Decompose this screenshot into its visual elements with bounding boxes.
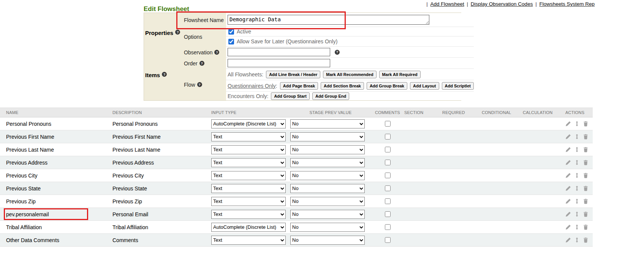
mark-all-recommended-button[interactable]: Mark All Recommended <box>323 71 376 78</box>
add-group-end-button[interactable]: Add Group End <box>312 92 349 100</box>
trash-icon[interactable] <box>583 160 589 165</box>
pencil-icon[interactable] <box>565 198 571 204</box>
add-section-break-button[interactable]: Add Section Break <box>321 82 364 90</box>
order-input[interactable] <box>228 59 330 67</box>
add-scriptlet-button[interactable]: Add Scriptlet <box>442 82 474 90</box>
add-layout-button[interactable]: Add Layout <box>410 82 439 90</box>
row-description: Previous State <box>112 185 211 192</box>
input-type-cell: Text <box>211 132 290 141</box>
stage-prev-value-select[interactable]: No <box>290 236 365 245</box>
allow-save-checkbox[interactable] <box>228 39 234 44</box>
items-help-icon[interactable]: ? <box>162 72 167 77</box>
up-down-arrow-icon[interactable] <box>574 185 580 191</box>
all-flowsheets-row: All Flowsheets: Add Line Break / Header … <box>226 69 474 80</box>
link-separator: | <box>535 1 537 7</box>
comments-checkbox[interactable] <box>385 224 391 230</box>
up-down-arrow-icon[interactable] <box>574 211 580 217</box>
up-down-arrow-icon[interactable] <box>574 237 580 243</box>
stage-prev-value-select[interactable]: No <box>290 210 365 219</box>
stage-prev-value-select[interactable]: No <box>290 145 365 154</box>
add-group-break-button[interactable]: Add Group Break <box>367 82 407 90</box>
up-down-arrow-icon[interactable] <box>574 147 580 152</box>
flowsheets-system-report-link[interactable]: Flowsheets System Rep <box>539 1 595 7</box>
stage-prev-value-select[interactable]: No <box>290 119 365 128</box>
input-type-select[interactable]: Text <box>211 236 286 245</box>
comments-checkbox[interactable] <box>385 160 391 165</box>
comments-checkbox[interactable] <box>385 198 391 204</box>
stage-prev-value-select[interactable]: No <box>290 171 365 180</box>
pencil-icon[interactable] <box>565 224 571 230</box>
stage-prev-value-select[interactable]: No <box>290 223 365 232</box>
stage-prev-value-select[interactable]: No <box>290 132 365 141</box>
trash-icon[interactable] <box>583 134 589 139</box>
trash-icon[interactable] <box>583 173 589 178</box>
trash-icon[interactable] <box>583 211 589 217</box>
row-name: Other Data Comments <box>6 237 112 243</box>
stage-prev-value-cell: No <box>290 184 371 193</box>
up-down-arrow-icon[interactable] <box>574 121 580 127</box>
stage-prev-value-select[interactable]: No <box>290 197 365 206</box>
order-help-icon[interactable]: ? <box>199 61 204 66</box>
trash-icon[interactable] <box>583 147 589 152</box>
input-type-select[interactable]: Text <box>211 132 286 141</box>
add-page-break-button[interactable]: Add Page Break <box>280 82 318 90</box>
flow-help-icon[interactable]: ? <box>197 82 202 87</box>
comments-checkbox[interactable] <box>385 237 391 243</box>
actions-cell <box>564 237 593 243</box>
trash-icon[interactable] <box>583 185 589 191</box>
mark-all-required-button[interactable]: Mark All Required <box>379 71 421 78</box>
trash-icon[interactable] <box>583 237 589 243</box>
up-down-arrow-icon[interactable] <box>574 173 580 178</box>
column-header-required: REQUIRED <box>442 110 482 115</box>
input-type-select[interactable]: Text <box>211 171 286 180</box>
observation-label-help-icon[interactable]: ? <box>214 50 219 55</box>
comments-checkbox[interactable] <box>385 185 391 191</box>
up-down-arrow-icon[interactable] <box>574 198 580 204</box>
up-down-arrow-icon[interactable] <box>574 134 580 139</box>
comments-checkbox[interactable] <box>385 134 391 139</box>
input-type-select[interactable]: Text <box>211 184 286 193</box>
input-type-cell: Text <box>211 171 290 180</box>
flowsheet-name-input[interactable]: Demographic Data <box>228 15 429 25</box>
trash-icon[interactable] <box>583 198 589 204</box>
comments-checkbox[interactable] <box>385 147 391 152</box>
row-description: Previous Address <box>112 160 211 166</box>
comments-checkbox[interactable] <box>385 173 391 178</box>
input-type-select[interactable]: Text <box>211 197 286 206</box>
pencil-icon[interactable] <box>565 211 571 217</box>
stage-prev-value-cell: No <box>290 223 371 232</box>
pencil-icon[interactable] <box>565 185 571 191</box>
observation-field-help-icon[interactable]: ? <box>335 50 340 55</box>
pencil-icon[interactable] <box>565 147 571 152</box>
comments-cell <box>371 224 404 230</box>
up-down-arrow-icon[interactable] <box>574 160 580 165</box>
pencil-icon[interactable] <box>565 134 571 139</box>
active-checkbox[interactable] <box>228 29 234 35</box>
input-type-select[interactable]: Text <box>211 145 286 154</box>
pencil-icon[interactable] <box>565 173 571 178</box>
input-type-select[interactable]: Text <box>211 158 286 167</box>
options-label: Options <box>182 27 226 47</box>
observation-input[interactable] <box>228 48 330 56</box>
display-observation-codes-link[interactable]: Display Observation Codes <box>471 1 533 7</box>
column-header-calculation: CALCULATION <box>523 110 564 115</box>
add-flowsheet-link[interactable]: Add Flowsheet <box>430 1 464 7</box>
comments-checkbox[interactable] <box>385 211 391 217</box>
observation-label-text: Observation <box>184 49 212 55</box>
pencil-icon[interactable] <box>565 121 571 127</box>
trash-icon[interactable] <box>583 121 589 127</box>
trash-icon[interactable] <box>583 224 589 230</box>
actions-cell <box>564 121 593 127</box>
input-type-select[interactable]: Text <box>211 210 286 219</box>
pencil-icon[interactable] <box>565 160 571 165</box>
up-down-arrow-icon[interactable] <box>574 224 580 230</box>
properties-help-icon[interactable]: ? <box>175 30 180 35</box>
add-group-start-button[interactable]: Add Group Start <box>271 92 310 100</box>
pencil-icon[interactable] <box>565 237 571 243</box>
stage-prev-value-select[interactable]: No <box>290 184 365 193</box>
stage-prev-value-select[interactable]: No <box>290 158 365 167</box>
input-type-select[interactable]: AutoComplete (Discrete List) <box>211 223 286 232</box>
add-line-break-header-button[interactable]: Add Line Break / Header <box>266 71 320 78</box>
comments-checkbox[interactable] <box>385 121 391 127</box>
input-type-select[interactable]: AutoComplete (Discrete List) <box>211 119 286 128</box>
